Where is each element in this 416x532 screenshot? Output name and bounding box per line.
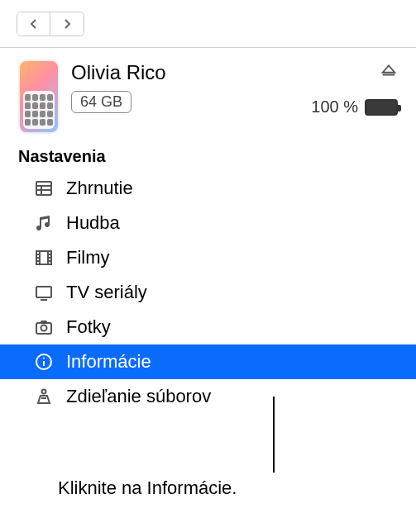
device-name: Olivia Rico	[71, 61, 299, 84]
battery-status: 100 %	[311, 97, 398, 116]
sidebar-item-music[interactable]: Hudba	[0, 206, 416, 240]
sidebar-list: Zhrnutie Hudba Filmy TV seriály Fotky In…	[0, 171, 416, 414]
sidebar-section-title: Nastavenia	[0, 142, 416, 171]
callout-line	[273, 397, 275, 473]
sidebar-item-label: Fotky	[66, 316, 111, 338]
info-icon	[33, 351, 55, 373]
caption-text: Kliknite na Informácie.	[58, 477, 237, 499]
sidebar-item-label: Zdieľanie súborov	[66, 386, 211, 407]
device-info: Olivia Rico 64 GB	[71, 59, 299, 113]
sidebar-item-info[interactable]: Informácie	[0, 344, 416, 379]
forward-button[interactable]	[50, 12, 84, 36]
chevron-left-icon	[29, 18, 39, 30]
sidebar-item-movies[interactable]: Filmy	[0, 240, 416, 275]
eject-button[interactable]	[380, 61, 398, 83]
sidebar-item-label: TV seriály	[66, 282, 147, 303]
svg-point-16	[41, 325, 47, 331]
sidebar-item-tv[interactable]: TV seriály	[0, 275, 416, 310]
battery-icon	[365, 99, 398, 116]
chevron-right-icon	[62, 18, 72, 30]
toolbar	[0, 0, 416, 48]
files-icon	[33, 386, 55, 407]
battery-percentage: 100 %	[311, 97, 358, 116]
storage-badge: 64 GB	[71, 91, 131, 113]
sidebar-item-label: Zhrnutie	[66, 178, 133, 199]
svg-rect-13	[36, 287, 51, 297]
photos-icon	[33, 316, 55, 338]
sidebar-item-photos[interactable]: Fotky	[0, 310, 416, 344]
music-icon	[33, 212, 55, 234]
summary-icon	[33, 178, 55, 199]
device-thumbnail	[18, 59, 60, 134]
sidebar-item-label: Informácie	[66, 351, 151, 373]
device-header: Olivia Rico 64 GB 100 %	[0, 48, 416, 142]
tv-icon	[33, 282, 55, 303]
svg-point-20	[42, 390, 46, 394]
sidebar-item-files[interactable]: Zdieľanie súborov	[0, 379, 416, 414]
back-button[interactable]	[17, 12, 50, 36]
movies-icon	[33, 247, 55, 268]
eject-icon	[380, 61, 398, 79]
navigation-buttons	[17, 12, 84, 36]
svg-rect-0	[36, 182, 51, 195]
sidebar-item-label: Hudba	[66, 212, 120, 234]
sidebar-item-label: Filmy	[66, 247, 110, 268]
sidebar-item-summary[interactable]: Zhrnutie	[0, 171, 416, 206]
svg-point-19	[43, 358, 45, 359]
